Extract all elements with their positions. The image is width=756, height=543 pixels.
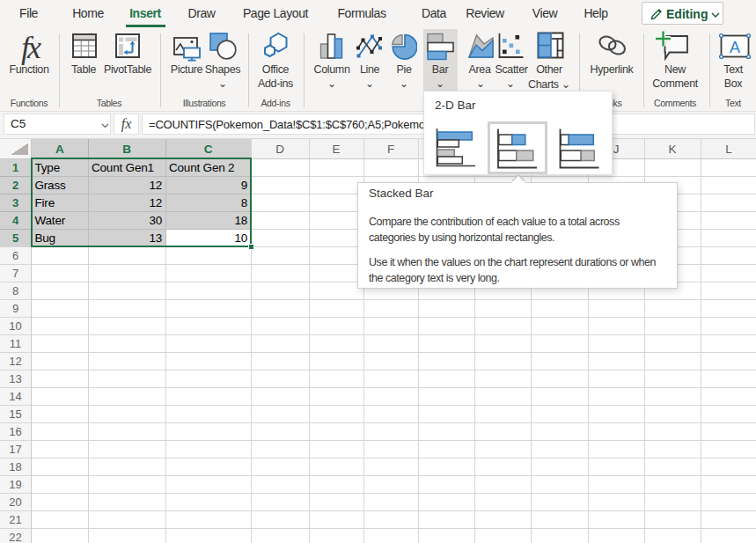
- svg-text:18: 18: [234, 214, 247, 227]
- svg-text:6: 6: [12, 249, 18, 262]
- svg-text:14: 14: [9, 390, 21, 403]
- svg-text:5: 5: [12, 231, 18, 245]
- svg-text:18: 18: [9, 460, 21, 473]
- svg-text:E: E: [332, 143, 340, 156]
- svg-text:20: 20: [9, 495, 21, 509]
- svg-text:2: 2: [12, 179, 18, 192]
- svg-text:12: 12: [9, 355, 21, 368]
- svg-text:12: 12: [149, 196, 162, 209]
- svg-text:16: 16: [9, 425, 21, 438]
- svg-text:Type: Type: [35, 161, 60, 174]
- svg-text:Grass: Grass: [35, 179, 66, 192]
- svg-text:19: 19: [9, 478, 21, 491]
- svg-text:F: F: [387, 143, 394, 156]
- svg-text:9: 9: [12, 302, 18, 315]
- svg-text:L: L: [725, 143, 732, 156]
- svg-text:B: B: [122, 143, 131, 156]
- svg-text:21: 21: [9, 513, 21, 526]
- svg-text:11: 11: [10, 337, 22, 350]
- svg-text:30: 30: [149, 214, 162, 227]
- svg-text:A: A: [730, 39, 740, 56]
- svg-text:9: 9: [241, 179, 247, 192]
- svg-text:15: 15: [9, 407, 21, 421]
- svg-text:Count Gen1: Count Gen1: [92, 161, 154, 174]
- svg-text:1: 1: [12, 161, 18, 174]
- svg-text:3: 3: [12, 196, 18, 209]
- svg-text:Fire: Fire: [35, 196, 55, 209]
- svg-text:7: 7: [12, 267, 18, 280]
- svg-text:10: 10: [9, 319, 21, 333]
- svg-text:12: 12: [149, 179, 162, 192]
- svg-text:Water: Water: [35, 214, 66, 227]
- svg-text:A: A: [55, 143, 64, 156]
- svg-text:8: 8: [241, 196, 247, 209]
- svg-text:13: 13: [149, 231, 162, 245]
- svg-text:D: D: [275, 143, 284, 156]
- svg-text:8: 8: [12, 284, 18, 297]
- svg-text:13: 13: [9, 372, 21, 385]
- svg-text:Count Gen 2: Count Gen 2: [169, 161, 234, 174]
- svg-text:22: 22: [9, 531, 21, 543]
- svg-text:K: K: [668, 143, 676, 156]
- svg-text:17: 17: [9, 443, 21, 456]
- svg-text:10: 10: [234, 231, 247, 245]
- svg-text:Bug: Bug: [35, 231, 55, 245]
- svg-text:4: 4: [12, 214, 19, 227]
- svg-text:C: C: [204, 143, 213, 156]
- svg-text:J: J: [613, 143, 620, 156]
